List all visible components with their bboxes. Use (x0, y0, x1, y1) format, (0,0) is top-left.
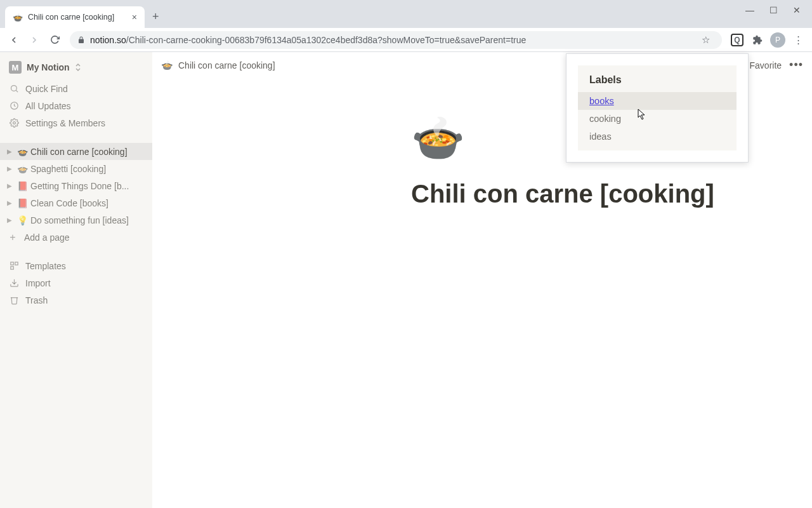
bookmark-star-icon[interactable]: ☆ (697, 31, 714, 49)
download-icon (9, 278, 19, 288)
chevron-updown-icon (75, 63, 81, 72)
caret-right-icon: ▶ (5, 148, 14, 155)
window-minimize-icon[interactable]: — (745, 5, 754, 15)
trash-label: Trash (25, 295, 48, 305)
chrome-menu-icon[interactable]: ⋮ (789, 31, 807, 49)
all-updates[interactable]: All Updates (0, 97, 152, 114)
label-item[interactable]: cooking (578, 110, 737, 128)
lock-icon (77, 36, 85, 44)
import-label: Import (25, 278, 51, 288)
sidebar-page-item[interactable]: ▶ 📕 Clean Code [books] (0, 194, 152, 211)
new-tab-button[interactable]: + (145, 10, 167, 23)
clock-icon (9, 101, 19, 110)
workspace-name: My Notion (27, 62, 70, 72)
gear-icon (9, 118, 19, 128)
templates-label: Templates (25, 261, 66, 271)
extension-popup: Labels bookscookingideas (566, 53, 749, 163)
sidebar-page-item[interactable]: ▶ 💡 Do something fun [ideas] (0, 211, 152, 229)
settings-label: Settings & Members (25, 118, 105, 128)
back-button[interactable] (5, 31, 23, 49)
workspace-switcher[interactable]: M My Notion (0, 58, 152, 80)
templates-icon (9, 261, 19, 271)
sidebar-page-item[interactable]: ▶ 🍲 Spaghetti [cooking] (0, 160, 152, 177)
app-root: M My Notion Quick Find All Updates Setti… (0, 52, 812, 508)
sidebar-page-item[interactable]: ▶ 📕 Getting Things Done [b... (0, 177, 152, 194)
plus-icon: + (8, 232, 18, 243)
tab-title: Chili con carne [cooking] (28, 13, 127, 22)
page-emoji-icon: 🍲 (16, 147, 28, 157)
extension-q-icon[interactable]: Q (728, 31, 746, 49)
window-maximize-icon[interactable]: ☐ (769, 5, 778, 15)
page-label: Do something fun [ideas] (30, 215, 147, 225)
browser-toolbar: notion.so/Chili-con-carne-cooking-00683b… (0, 28, 812, 52)
quick-find-label: Quick Find (25, 84, 68, 94)
caret-right-icon: ▶ (5, 165, 14, 172)
svg-line-1 (16, 90, 18, 92)
import[interactable]: Import (0, 274, 152, 291)
url-text: notion.so/Chili-con-carne-cooking-00683b… (90, 35, 691, 45)
page-label: Spaghetti [cooking] (30, 164, 147, 174)
profile-avatar[interactable]: P (769, 31, 787, 49)
reload-button[interactable] (46, 31, 63, 49)
page-emoji-icon: 🍲 (16, 164, 28, 174)
sidebar-page-item[interactable]: ▶ 🍲 Chili con carne [cooking] (0, 143, 152, 160)
page-emoji-icon: 📕 (16, 198, 28, 208)
window-close-icon[interactable]: ✕ (793, 5, 801, 15)
quick-find[interactable]: Quick Find (0, 80, 152, 97)
page-label: Getting Things Done [b... (30, 181, 147, 191)
add-page-label: Add a page (24, 232, 70, 243)
tab-close-icon[interactable]: × (132, 12, 137, 22)
label-item[interactable]: books (578, 92, 737, 110)
browser-tab-active[interactable]: 🍲 Chili con carne [cooking] × (5, 6, 145, 28)
breadcrumb-emoji-icon: 🍲 (161, 60, 173, 71)
tab-bar: 🍲 Chili con carne [cooking] × + (0, 5, 812, 28)
url-bar[interactable]: notion.so/Chili-con-carne-cooking-00683b… (70, 31, 722, 49)
svg-rect-4 (10, 262, 13, 265)
sidebar: M My Notion Quick Find All Updates Setti… (0, 52, 152, 508)
all-updates-label: All Updates (25, 101, 71, 111)
page-title[interactable]: Chili con carne [cooking] (411, 180, 812, 208)
search-icon (9, 84, 19, 93)
settings-members[interactable]: Settings & Members (0, 114, 152, 131)
page-label: Chili con carne [cooking] (30, 147, 147, 157)
favorite-button[interactable]: Favorite (750, 60, 782, 70)
caret-right-icon: ▶ (5, 182, 14, 189)
caret-right-icon: ▶ (5, 217, 14, 224)
popup-title: Labels (578, 65, 737, 92)
caret-right-icon: ▶ (5, 199, 14, 206)
page-emoji-icon: 💡 (16, 215, 28, 225)
trash-icon (9, 295, 19, 305)
svg-rect-6 (10, 267, 13, 269)
workspace-logo: M (9, 61, 22, 74)
page-label: Clean Code [books] (30, 198, 147, 208)
forward-button[interactable] (25, 31, 43, 49)
trash[interactable]: Trash (0, 291, 152, 309)
browser-chrome: — ☐ ✕ 🍲 Chili con carne [cooking] × + no… (0, 0, 812, 52)
svg-point-3 (13, 122, 15, 124)
tab-favicon-icon: 🍲 (13, 12, 23, 22)
templates[interactable]: Templates (0, 257, 152, 274)
svg-point-0 (11, 86, 16, 91)
more-menu-icon[interactable]: ••• (789, 58, 803, 72)
breadcrumb-label: Chili con carne [cooking] (178, 60, 275, 70)
window-controls: — ☐ ✕ (734, 0, 812, 20)
label-item[interactable]: ideas (578, 128, 737, 150)
page-list: ▶ 🍲 Chili con carne [cooking]▶ 🍲 Spaghet… (0, 143, 152, 229)
svg-rect-5 (15, 262, 17, 265)
page-emoji-icon: 📕 (16, 181, 28, 191)
main-area: 🍲 Chili con carne [cooking] Favorite •••… (152, 52, 812, 508)
extensions-puzzle-icon[interactable] (749, 31, 766, 49)
add-page[interactable]: + Add a page (0, 229, 152, 246)
